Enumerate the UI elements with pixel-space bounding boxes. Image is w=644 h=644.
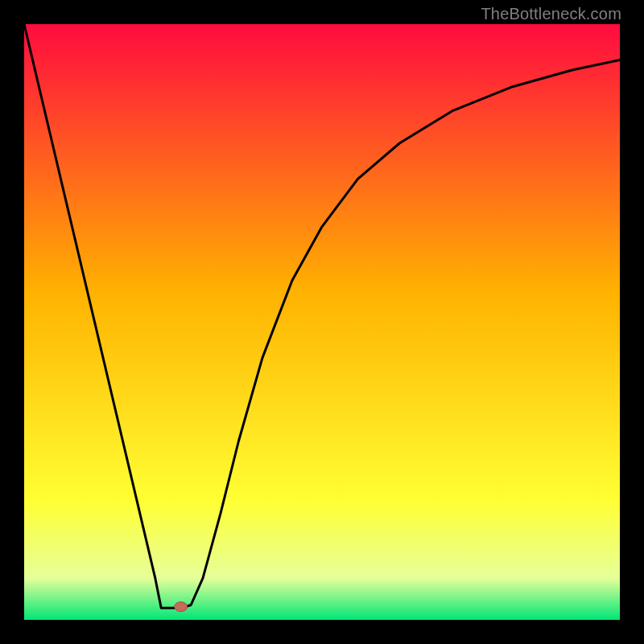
chart-outer: TheBottleneck.com — [0, 0, 644, 644]
optimum-marker — [175, 602, 188, 612]
chart-svg — [24, 24, 620, 620]
plot-area — [24, 24, 620, 620]
watermark-text: TheBottleneck.com — [481, 5, 621, 23]
gradient-background — [24, 24, 620, 620]
